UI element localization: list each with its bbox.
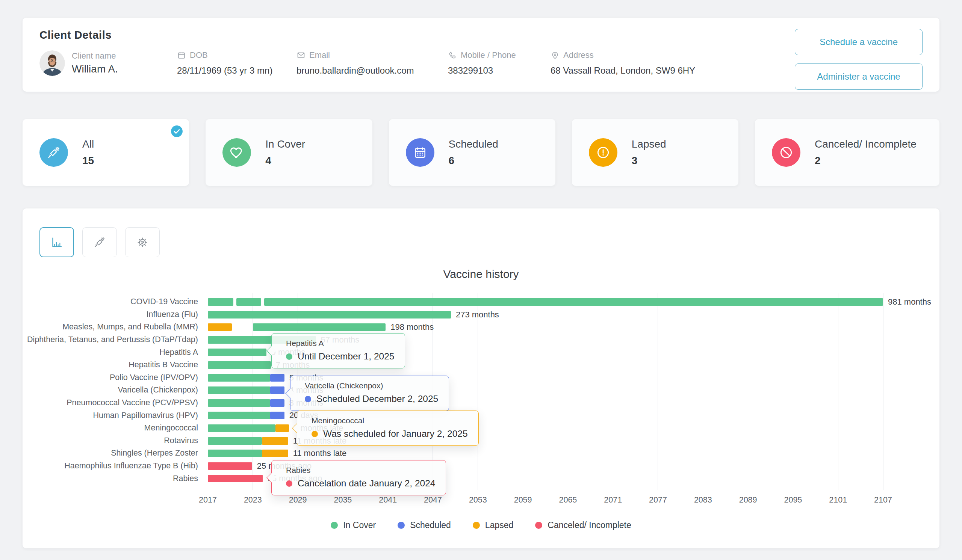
- administer-vaccine-button[interactable]: Administer a vaccine: [795, 63, 923, 90]
- status-dot: [305, 396, 311, 402]
- tooltip-rabies: RabiesCancelation date January 2, 2024: [271, 460, 446, 496]
- y-axis-label: Rabies: [23, 472, 208, 485]
- bar-chart-view-button[interactable]: [39, 227, 74, 257]
- tooltip-meningococcal: MeningococcalWas scheduled for January 2…: [297, 410, 479, 446]
- x-tick-label: 2089: [739, 496, 757, 505]
- bar-segment-in_cover[interactable]: [208, 386, 270, 394]
- legend-dot: [535, 522, 542, 529]
- x-tick-label: 2047: [424, 496, 442, 505]
- x-tick-label: 2077: [649, 496, 667, 505]
- legend-label: Scheduled: [410, 520, 451, 530]
- tooltip-title: Varicella (Chickenpox): [305, 381, 438, 390]
- bar-segment-in_cover[interactable]: [208, 450, 262, 457]
- phone-label: Mobile / Phone: [461, 50, 516, 60]
- bar-segment-in_cover[interactable]: [253, 323, 386, 331]
- syringe-icon: [93, 236, 106, 249]
- bar-segment-scheduled[interactable]: [270, 386, 284, 394]
- legend-item-canceled[interactable]: Canceled/ Incomplete: [535, 520, 631, 530]
- chart-row: 981 months: [208, 296, 883, 308]
- chart-row: 198 months: [208, 321, 883, 333]
- vaccine-history-chart: COVID-19 VaccineInfluenza (Flu)Measles, …: [23, 296, 939, 485]
- email-value: bruno.ballardin@outlook.com: [297, 65, 441, 76]
- stat-count: 15: [82, 155, 94, 167]
- stat-card-lapsed[interactable]: Lapsed3: [572, 119, 738, 186]
- bar-segment-lapsed[interactable]: [262, 437, 288, 445]
- virus-icon: [136, 236, 149, 249]
- stat-card-in-cover[interactable]: In Cover4: [205, 119, 372, 186]
- envelope-icon: [297, 51, 305, 60]
- bar-segment-scheduled[interactable]: [270, 399, 284, 407]
- legend-label: Canceled/ Incomplete: [547, 520, 631, 530]
- syringe-view-button[interactable]: [82, 227, 117, 257]
- bar-segment-scheduled[interactable]: [270, 374, 284, 381]
- bar-segment-in_cover[interactable]: [208, 437, 262, 445]
- heart-icon: [223, 138, 251, 167]
- bar-segment-in_cover[interactable]: [208, 349, 266, 356]
- status-dot: [312, 431, 318, 437]
- bar-segment-lapsed[interactable]: [276, 425, 289, 432]
- address-field: Address 68 Vassall Road, London, SW9 6HY: [550, 50, 695, 76]
- y-axis-label: Measles, Mumps, and Rubella (MMR): [23, 321, 208, 333]
- bar-segment-in_cover[interactable]: [236, 298, 261, 306]
- y-axis-label: Hepatitis A: [23, 346, 208, 359]
- bar-segment-in_cover[interactable]: [208, 298, 233, 306]
- bar-segment-in_cover[interactable]: [208, 311, 451, 319]
- stat-count: 2: [815, 155, 917, 167]
- page: Client Details Client name Willi: [0, 0, 962, 548]
- chart-row: 273 months: [208, 308, 883, 321]
- stat-label: In Cover: [265, 138, 305, 150]
- bar-segment-in_cover[interactable]: [208, 399, 270, 407]
- tooltip-text: Until December 1, 2025: [298, 351, 394, 362]
- x-tick-label: 2017: [199, 496, 217, 505]
- client-details-row: Client name William A. DOB 28/11/1969 (5…: [39, 50, 923, 76]
- bar-value-label: 981 months: [888, 296, 931, 308]
- phone-field: Mobile / Phone 383299103: [448, 50, 544, 76]
- tooltip-hepatitis-a: Hepatitis AUntil December 1, 2025: [271, 333, 405, 369]
- client-actions: Schedule a vaccine Administer a vaccine: [795, 29, 923, 90]
- x-tick-label: 2041: [379, 496, 397, 505]
- client-details-title: Client Details: [39, 29, 923, 41]
- bar-segment-canceled[interactable]: [208, 462, 252, 470]
- x-tick-label: 2059: [514, 496, 532, 505]
- bar-segment-in_cover[interactable]: [208, 374, 270, 381]
- y-axis-label: Haemophilus Influenzae Type B (Hib): [23, 460, 208, 473]
- legend-item-scheduled[interactable]: Scheduled: [397, 520, 451, 530]
- x-tick-label: 2071: [604, 496, 622, 505]
- tooltip-text: Scheduled December 2, 2025: [316, 394, 438, 404]
- bar-segment-canceled[interactable]: [208, 475, 263, 482]
- x-tick-label: 2023: [244, 496, 262, 505]
- stat-card-canceled-incomplete[interactable]: Canceled/ Incomplete2: [755, 119, 939, 186]
- dob-label: DOB: [190, 50, 208, 60]
- bar-segment-in_cover[interactable]: [208, 425, 276, 432]
- bar-value-label: 273 months: [456, 308, 499, 321]
- y-axis-label: Pneumococcal Vaccine (PCV/PPSV): [23, 397, 208, 409]
- y-axis-label: Shingles (Herpes Zoster: [23, 447, 208, 460]
- chart-legend: In CoverScheduledLapsedCanceled/ Incompl…: [23, 520, 939, 530]
- legend-item-in_cover[interactable]: In Cover: [331, 520, 376, 530]
- stat-card-scheduled[interactable]: Scheduled6: [389, 119, 555, 186]
- calendar-icon: [177, 51, 186, 60]
- legend-dot: [473, 522, 480, 529]
- virus-view-button[interactable]: [125, 227, 160, 257]
- schedule-vaccine-button[interactable]: Schedule a vaccine: [795, 29, 923, 55]
- y-axis-label: Rotavirus: [23, 434, 208, 447]
- bar-segment-in_cover[interactable]: [264, 298, 883, 306]
- bar-segment-scheduled[interactable]: [270, 412, 284, 419]
- stat-card-all[interactable]: All15: [23, 119, 189, 186]
- y-axis-label: Varicella (Chickenpox): [23, 384, 208, 397]
- bar-segment-in_cover[interactable]: [208, 412, 270, 419]
- chart-row: 11 months late: [208, 447, 883, 460]
- bar-value-label: 11 months late: [293, 447, 347, 460]
- x-tick-label: 2035: [334, 496, 352, 505]
- x-tick-label: 2029: [289, 496, 307, 505]
- selected-check-icon: [170, 124, 184, 138]
- legend-item-lapsed[interactable]: Lapsed: [473, 520, 513, 530]
- alert-icon: [589, 138, 617, 167]
- legend-label: Lapsed: [485, 520, 513, 530]
- bar-segment-lapsed[interactable]: [208, 323, 232, 331]
- bar-segment-in_cover[interactable]: [208, 361, 271, 369]
- x-tick-label: 2083: [694, 496, 712, 505]
- stat-count: 6: [449, 155, 498, 167]
- x-tick-label: 2065: [559, 496, 577, 505]
- bar-segment-lapsed[interactable]: [262, 450, 288, 457]
